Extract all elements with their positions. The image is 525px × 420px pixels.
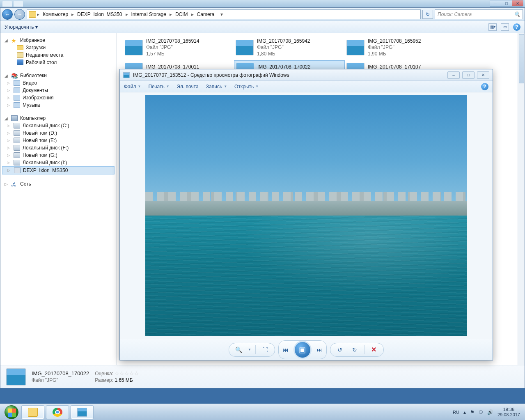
rotate-ccw-button[interactable]: ↺	[335, 344, 345, 355]
sidebar-item-video[interactable]: ▷Видео	[2, 79, 115, 87]
details-size-label: Размер:	[95, 377, 113, 383]
details-rating-label: Оценка:	[95, 371, 113, 376]
breadcrumb[interactable]: Компьютер	[40, 11, 71, 17]
sidebar-item-drive-f[interactable]: ▷Локальный диск (F:)	[2, 144, 115, 151]
details-thumb-icon	[6, 368, 26, 386]
breadcrumb[interactable]: Camera	[195, 11, 217, 17]
scrollbar-thumb[interactable]	[519, 34, 524, 83]
photo-viewer-window: IMG_20170707_153512 - Средство просмотра…	[119, 69, 493, 360]
tray-clock[interactable]: 19:36 29.08.2017	[497, 407, 520, 417]
chevron-down-icon: ▾	[35, 24, 38, 30]
file-item[interactable]: IMG_20170708_165942Файл "JPG"1,80 МБ	[234, 37, 345, 58]
slideshow-button[interactable]: ▣	[293, 341, 312, 359]
sidebar-item-phone[interactable]: ▷DEXP_Ixion_MS350	[2, 166, 115, 174]
rating-stars[interactable]: ☆☆☆☆☆	[115, 371, 139, 376]
viewer-min-button[interactable]: –	[447, 71, 460, 79]
help-icon[interactable]: ?	[513, 23, 520, 31]
bg-window-controls: – □ ✕	[490, 0, 523, 7]
tray-volume-icon[interactable]: 🔊	[487, 409, 493, 415]
refresh-button[interactable]: ↻	[422, 10, 433, 19]
breadcrumb[interactable]: DEXP_Ixion_MS350	[75, 11, 124, 17]
viewer-canvas	[120, 92, 493, 339]
explorer-toolbar: Упорядочить ▾ ▦▾ ▭ ?	[0, 21, 525, 33]
sidebar-favorites: ◢★Избранное Загрузки Недавние места Рабо…	[2, 37, 115, 66]
viewer-title-text: IMG_20170707_153512 - Средство просмотра…	[133, 72, 289, 78]
preview-pane-button[interactable]: ▭	[501, 23, 509, 31]
viewer-close-button[interactable]: ✕	[477, 71, 489, 79]
system-tray: RU ▴ ⚑ ⚆ 🔊 19:36 29.08.2017	[453, 407, 522, 417]
sidebar-head-favorites[interactable]: ◢★Избранное	[2, 37, 115, 44]
view-options-button[interactable]: ▦▾	[488, 23, 497, 31]
zoom-button[interactable]: 🔍	[233, 344, 244, 355]
vertical-scrollbar[interactable]	[518, 33, 525, 365]
taskbar-app-chrome[interactable]	[46, 405, 69, 419]
viewer-menu-email[interactable]: Эл. почта	[177, 84, 199, 90]
sidebar-label: Сеть	[20, 181, 31, 187]
search-input[interactable]: Поиск: Camera 🔍	[435, 9, 523, 19]
next-button[interactable]: ⏭	[314, 344, 325, 355]
tray-show-hidden-icon[interactable]: ▴	[463, 409, 466, 415]
organize-menu[interactable]: Упорядочить ▾	[5, 24, 38, 30]
photo-image	[145, 95, 467, 336]
file-item[interactable]: IMG_20170708_165914Файл "JPG"1,57 МБ	[123, 37, 234, 58]
photoviewer-icon	[77, 408, 87, 417]
sidebar-item-drive-g[interactable]: ▷Новый том (G:)	[2, 151, 115, 159]
sidebar-item-recent[interactable]: Недавние места	[2, 51, 115, 59]
taskbar-app-photoviewer[interactable]	[71, 405, 94, 419]
sidebar-item-images[interactable]: ▷Изображения	[2, 94, 115, 101]
taskbar-app-explorer[interactable]	[21, 405, 44, 419]
rotate-cw-button[interactable]: ↻	[349, 344, 360, 355]
explorer-icon	[28, 408, 38, 417]
addr-dropdown[interactable]: ▾	[218, 11, 226, 17]
sidebar-head-libraries[interactable]: ◢📚Библиотеки	[2, 72, 115, 79]
prev-button[interactable]: ⏮	[280, 344, 291, 355]
sidebar-network: ▷🖧Сеть	[2, 180, 115, 188]
tray-language[interactable]: RU	[453, 410, 459, 415]
bg-min[interactable]: –	[490, 0, 501, 7]
sidebar-computer: ◢Компьютер ▷Локальный диск (C:) ▷Новый т…	[2, 115, 115, 174]
bg-tab	[14, 1, 23, 7]
viewer-help-icon[interactable]: ?	[481, 83, 488, 90]
file-item[interactable]: IMG_20170708_165952Файл "JPG"1,90 МБ	[345, 37, 456, 58]
viewer-titlebar[interactable]: IMG_20170707_153512 - Средство просмотра…	[120, 69, 493, 81]
sidebar-head-computer[interactable]: ◢Компьютер	[2, 115, 115, 122]
viewer-menu-open[interactable]: Открыть▼	[234, 84, 259, 90]
sidebar-item-music[interactable]: ▷Музыка	[2, 101, 115, 109]
delete-button[interactable]: ✕	[369, 344, 379, 355]
sidebar-item-downloads[interactable]: Загрузки	[2, 44, 115, 51]
fit-button[interactable]: ⛶	[260, 344, 271, 355]
sidebar-item-drive-d[interactable]: ▷Новый том (D:)	[2, 129, 115, 137]
viewer-menu-file[interactable]: Файл▼	[124, 84, 141, 90]
image-thumb-icon	[236, 40, 254, 55]
image-thumb-icon	[346, 40, 365, 55]
bg-max[interactable]: □	[501, 0, 512, 7]
sidebar-item-drive-e: ▷Новый том (E:)	[2, 137, 115, 144]
viewer-menu-burn[interactable]: Запись▼	[206, 84, 227, 90]
image-thumb-icon	[125, 40, 143, 55]
bg-close[interactable]: ✕	[512, 0, 523, 7]
search-placeholder: Поиск: Camera	[438, 11, 472, 17]
windows-orb-icon	[5, 405, 18, 419]
sidebar-label: Компьютер	[20, 115, 46, 121]
tray-network-icon[interactable]: ⚆	[479, 409, 483, 415]
address-bar[interactable]: ▸ Компьютер▸ DEXP_Ixion_MS350▸ Internal …	[27, 9, 421, 19]
sidebar-item-drive-i[interactable]: ▷Локальный диск (I:)	[2, 159, 115, 166]
viewer-max-button[interactable]: □	[462, 71, 475, 79]
breadcrumb[interactable]: DCIM	[173, 11, 190, 17]
sidebar-head-network[interactable]: ▷🖧Сеть	[2, 180, 115, 188]
navigation-sidebar: ◢★Избранное Загрузки Недавние места Рабо…	[0, 33, 117, 365]
explorer-nav-row: ← → ▸ Компьютер▸ DEXP_Ixion_MS350▸ Inter…	[0, 8, 525, 21]
viewer-controls: 🔍▼ ⛶ ⏮ ▣ ⏭ ↺ ↻ ✕	[120, 339, 493, 360]
nav-back-button[interactable]: ←	[2, 9, 13, 20]
viewer-menu-print[interactable]: Печать▼	[148, 84, 169, 90]
details-pane: IMG_20170708_170022 Файл "JPG" Оценка: ☆…	[0, 365, 525, 388]
sidebar-item-desktop[interactable]: Рабочий стол	[2, 59, 115, 66]
breadcrumb[interactable]: Internal Storage	[129, 11, 169, 17]
tray-flag-icon[interactable]: ⚑	[470, 409, 475, 415]
sidebar-item-docs[interactable]: ▷Документы	[2, 87, 115, 94]
start-button[interactable]	[3, 404, 20, 420]
nav-forward-button[interactable]: →	[14, 9, 25, 20]
folder-icon	[29, 11, 36, 18]
sidebar-item-drive-c[interactable]: ▷Локальный диск (C:)	[2, 122, 115, 129]
tray-time: 19:36	[497, 407, 520, 412]
